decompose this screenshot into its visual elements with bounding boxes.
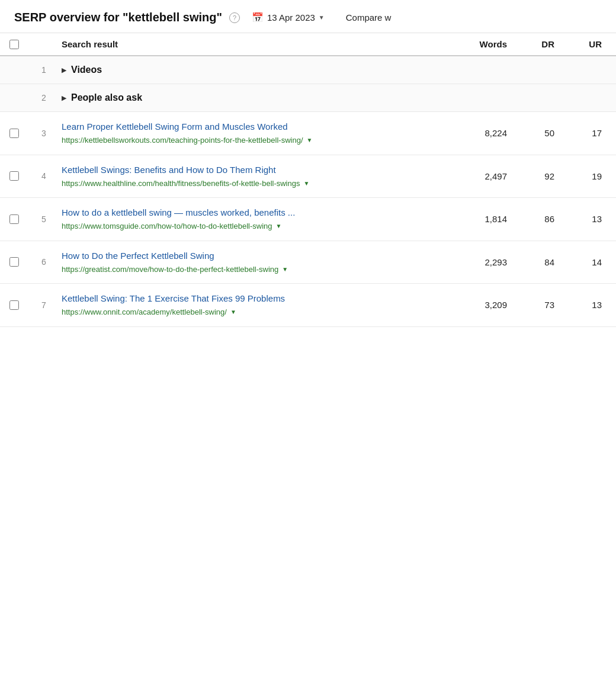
row-content: ▶ People also ask <box>59 92 453 103</box>
row-words: 3,209 <box>453 300 512 310</box>
url-expand-icon[interactable]: ▼ <box>230 308 236 316</box>
row-ur: 19 <box>559 171 607 181</box>
row-checkbox-cell[interactable] <box>0 257 28 267</box>
url-text: https://greatist.com/move/how-to-do-the-… <box>62 264 278 276</box>
table-header-row: Search result Words DR UR <box>0 33 616 56</box>
row-number: 3 <box>28 129 59 138</box>
header-ur: UR <box>559 39 607 49</box>
row-dr: 92 <box>512 171 559 181</box>
date-chevron-icon: ▼ <box>319 14 325 21</box>
page-header: SERP overview for "kettlebell swing" ? 📅… <box>0 0 616 33</box>
result-title-link[interactable]: How to do a kettlebell swing — muscles w… <box>62 206 453 219</box>
row-words: 2,497 <box>453 171 512 181</box>
url-text: https://www.healthline.com/health/fitnes… <box>62 178 300 190</box>
table-row: 7 Kettlebell Swing: The 1 Exercise That … <box>0 284 616 327</box>
row-ur: 14 <box>559 257 607 267</box>
row-words: 2,293 <box>453 257 512 267</box>
compare-label: Compare w <box>346 12 392 23</box>
row-number: 5 <box>28 214 59 224</box>
row-content: How to Do the Perfect Kettlebell Swing h… <box>59 249 453 276</box>
expand-arrow-icon[interactable]: ▶ <box>62 66 66 74</box>
help-icon[interactable]: ? <box>229 12 240 23</box>
result-url: https://greatist.com/move/how-to-do-the-… <box>62 264 453 276</box>
header-checkbox-cell[interactable] <box>0 40 28 49</box>
url-text: https://www.onnit.com/academy/kettlebell… <box>62 306 227 318</box>
table-row: 5 How to do a kettlebell swing — muscles… <box>0 198 616 241</box>
special-row-label: Videos <box>71 65 102 75</box>
result-url: https://www.onnit.com/academy/kettlebell… <box>62 306 453 318</box>
serp-table: Search result Words DR UR 1 ▶ Videos 2 ▶… <box>0 33 616 327</box>
row-checkbox[interactable] <box>9 214 19 224</box>
table-row: 2 ▶ People also ask <box>0 84 616 112</box>
row-dr: 73 <box>512 300 559 310</box>
result-url: https://kettlebellsworkouts.com/teaching… <box>62 134 453 146</box>
row-checkbox[interactable] <box>9 171 19 181</box>
table-row: 4 Kettlebell Swings: Benefits and How to… <box>0 155 616 198</box>
result-title-link[interactable]: Kettlebell Swings: Benefits and How to D… <box>62 164 453 176</box>
row-dr: 50 <box>512 128 559 138</box>
row-content: Kettlebell Swing: The 1 Exercise That Fi… <box>59 292 453 318</box>
calendar-icon: 📅 <box>252 12 264 23</box>
result-title-link[interactable]: How to Do the Perfect Kettlebell Swing <box>62 249 453 262</box>
header-dr: DR <box>512 39 559 49</box>
date-label: 13 Apr 2023 <box>267 12 315 23</box>
result-url: https://www.tomsguide.com/how-to/how-to-… <box>62 220 453 232</box>
row-content: How to do a kettlebell swing — muscles w… <box>59 206 453 232</box>
row-number: 7 <box>28 300 59 310</box>
row-checkbox[interactable] <box>9 257 19 267</box>
header-search-result: Search result <box>59 39 453 49</box>
row-checkbox-cell[interactable] <box>0 214 28 224</box>
result-title-link[interactable]: Learn Proper Kettlebell Swing Form and M… <box>62 120 453 133</box>
row-ur: 17 <box>559 128 607 138</box>
header-words: Words <box>453 39 512 49</box>
row-dr: 84 <box>512 257 559 267</box>
special-row-label: People also ask <box>71 92 142 103</box>
url-expand-icon[interactable]: ▼ <box>275 222 281 230</box>
row-ur: 13 <box>559 300 607 310</box>
row-content: ▶ Videos <box>59 65 453 75</box>
row-number: 6 <box>28 257 59 267</box>
row-checkbox[interactable] <box>9 129 19 138</box>
select-all-checkbox[interactable] <box>9 40 19 49</box>
url-expand-icon[interactable]: ▼ <box>303 179 309 188</box>
row-checkbox[interactable] <box>9 300 19 310</box>
url-text: https://kettlebellsworkouts.com/teaching… <box>62 134 303 146</box>
expand-arrow-icon[interactable]: ▶ <box>62 94 66 102</box>
url-expand-icon[interactable]: ▼ <box>282 265 288 274</box>
row-number: 4 <box>28 171 59 181</box>
table-row: 6 How to Do the Perfect Kettlebell Swing… <box>0 241 616 284</box>
url-text: https://www.tomsguide.com/how-to/how-to-… <box>62 220 272 232</box>
row-checkbox-cell[interactable] <box>0 300 28 310</box>
table-row: 3 Learn Proper Kettlebell Swing Form and… <box>0 112 616 155</box>
row-content: Learn Proper Kettlebell Swing Form and M… <box>59 120 453 146</box>
date-selector[interactable]: 📅 13 Apr 2023 ▼ <box>252 12 325 23</box>
url-expand-icon[interactable]: ▼ <box>307 136 313 145</box>
row-number: 2 <box>28 93 59 103</box>
row-words: 8,224 <box>453 128 512 138</box>
row-ur: 13 <box>559 214 607 224</box>
result-title-link[interactable]: Kettlebell Swing: The 1 Exercise That Fi… <box>62 292 453 305</box>
page-title: SERP overview for "kettlebell swing" <box>14 11 222 24</box>
row-number: 1 <box>28 65 59 75</box>
row-checkbox-cell[interactable] <box>0 171 28 181</box>
row-content: Kettlebell Swings: Benefits and How to D… <box>59 164 453 190</box>
row-checkbox-cell[interactable] <box>0 129 28 138</box>
result-url: https://www.healthline.com/health/fitnes… <box>62 178 453 190</box>
table-row: 1 ▶ Videos <box>0 56 616 84</box>
row-words: 1,814 <box>453 214 512 224</box>
row-dr: 86 <box>512 214 559 224</box>
